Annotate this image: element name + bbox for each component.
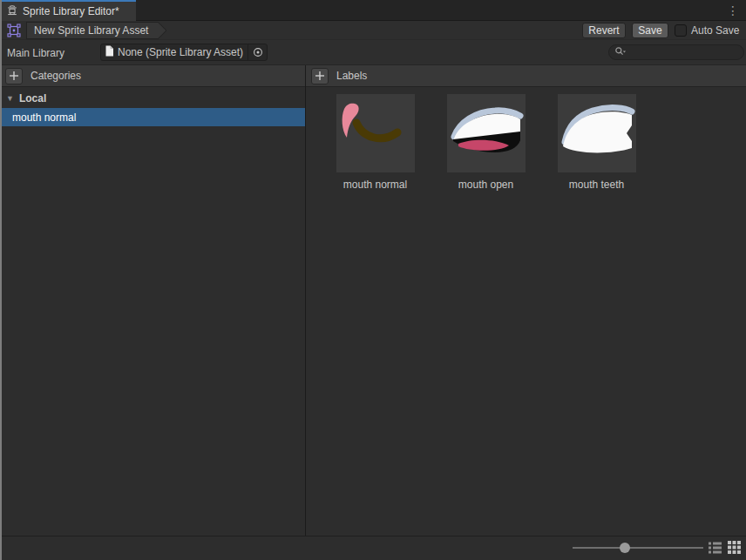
- document-icon: [105, 45, 114, 59]
- labels-header: Labels: [306, 65, 746, 87]
- grid-view-button[interactable]: [727, 540, 742, 555]
- list-view-button[interactable]: [708, 540, 722, 555]
- label-item-name: mouth teeth: [569, 179, 624, 191]
- bottom-bar: [0, 536, 746, 560]
- revert-button[interactable]: Revert: [582, 23, 626, 38]
- labels-panel: mouth normal mouth open: [306, 87, 746, 536]
- label-item-mouth-normal[interactable]: mouth normal: [320, 94, 431, 191]
- labels-header-label: Labels: [336, 70, 367, 82]
- tab-bar: Sprite Library Editor* ⋮: [0, 0, 746, 21]
- auto-save-label: Auto Save: [691, 24, 739, 37]
- add-category-button[interactable]: [5, 68, 23, 84]
- sprite-library-editor-window: Sprite Library Editor* ⋮ New Sprite Libr…: [0, 0, 746, 560]
- object-picker-button[interactable]: [248, 44, 267, 60]
- search-field[interactable]: [608, 44, 744, 60]
- label-item-mouth-teeth[interactable]: mouth teeth: [541, 94, 652, 191]
- search-input[interactable]: [627, 46, 738, 58]
- local-group-label: Local: [19, 92, 46, 105]
- categories-header: Categories: [0, 65, 305, 87]
- foldout-triangle-icon: ▼: [6, 94, 14, 103]
- target-picker-icon: [253, 47, 263, 57]
- toolbar: New Sprite Library Asset Revert Save Aut…: [0, 21, 746, 40]
- sprite-thumbnail-mouth-normal: [336, 94, 415, 172]
- list-view-icon: [708, 540, 722, 555]
- label-item-name: mouth normal: [343, 179, 407, 191]
- breadcrumb-label: New Sprite Library Asset: [34, 24, 148, 37]
- sprite-thumbnail-mouth-teeth: [558, 94, 636, 172]
- plus-icon: [315, 71, 325, 81]
- main-library-label: Main Library: [7, 47, 64, 59]
- sprite-thumbnail-mouth-open: [447, 94, 526, 172]
- local-foldout[interactable]: ▼ Local: [0, 89, 305, 108]
- tab-title: Sprite Library Editor*: [23, 5, 119, 17]
- search-icon: [614, 46, 627, 59]
- sprite-library-asset-icon: [7, 24, 21, 40]
- thumbnail-zoom-slider[interactable]: [573, 541, 703, 555]
- main-library-object-field[interactable]: None (Sprite Library Asset): [100, 44, 268, 61]
- slider-track: [573, 547, 703, 549]
- auto-save-checkbox[interactable]: [675, 24, 687, 37]
- window-menu-button[interactable]: ⋮: [727, 3, 739, 18]
- category-item-label: mouth normal: [12, 111, 76, 124]
- window-left-edge: [0, 0, 2, 560]
- save-button[interactable]: Save: [632, 23, 668, 38]
- breadcrumb-chevron-outline: New Sprite Library Asset: [26, 22, 166, 39]
- slider-knob[interactable]: [620, 543, 630, 553]
- labels-grid: mouth normal mouth open: [320, 94, 652, 191]
- add-label-button[interactable]: [311, 68, 329, 84]
- label-item-mouth-open[interactable]: mouth open: [431, 94, 541, 191]
- grid-view-icon: [727, 540, 742, 555]
- categories-header-label: Categories: [31, 70, 81, 82]
- label-item-name: mouth open: [458, 179, 513, 191]
- object-field-value: None (Sprite Library Asset): [114, 46, 248, 58]
- main-library-row: Main Library None (Sprite Library Asset): [0, 40, 746, 65]
- kebab-menu-icon: ⋮: [727, 3, 739, 17]
- categories-panel: ▼ Local mouth normal: [0, 87, 305, 536]
- panel-divider[interactable]: [305, 65, 306, 536]
- category-item-mouth-normal[interactable]: mouth normal: [0, 108, 305, 126]
- plus-icon: [9, 71, 19, 81]
- library-building-icon: [6, 4, 18, 19]
- breadcrumb[interactable]: New Sprite Library Asset: [26, 22, 166, 39]
- tab-sprite-library-editor[interactable]: Sprite Library Editor*: [0, 0, 136, 21]
